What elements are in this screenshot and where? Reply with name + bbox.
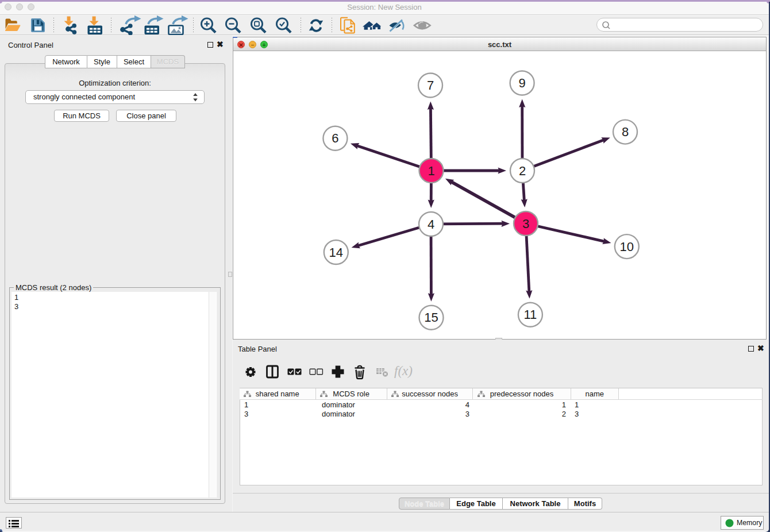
svg-text:7: 7	[427, 78, 434, 92]
svg-text:8: 8	[622, 125, 629, 139]
svg-text:6: 6	[332, 131, 338, 145]
svg-text:14: 14	[329, 245, 343, 260]
svg-text:3: 3	[522, 217, 529, 231]
svg-text:1: 1	[428, 164, 434, 178]
svg-text:9: 9	[518, 76, 525, 90]
svg-text:2: 2	[519, 164, 526, 178]
svg-text:10: 10	[620, 240, 634, 254]
svg-text:15: 15	[424, 310, 438, 325]
svg-text:11: 11	[523, 307, 537, 322]
svg-text:f(x): f(x)	[394, 364, 413, 378]
svg-text:4: 4	[428, 217, 434, 232]
